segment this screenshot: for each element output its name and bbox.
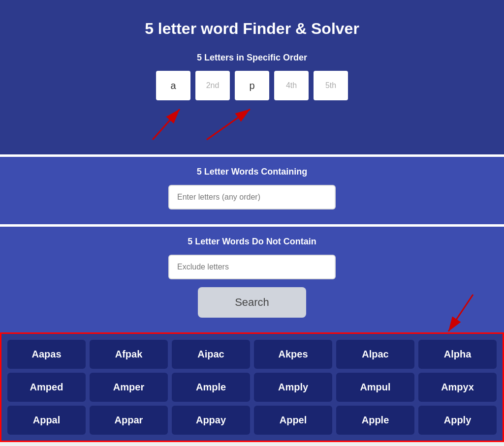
word-result-button[interactable]: Amply — [254, 373, 332, 402]
exclude-label: 5 Letter Words Do Not Contain — [0, 237, 504, 247]
word-result-button[interactable]: Akpes — [254, 340, 332, 369]
results-section: AapasAfpakAipacAkpesAlpacAlphaAmpedAmper… — [0, 332, 504, 442]
word-result-button[interactable]: Apply — [418, 406, 497, 435]
word-result-button[interactable]: Amper — [90, 373, 168, 402]
word-result-button[interactable]: Ampyx — [418, 373, 497, 402]
word-result-button[interactable]: Aipac — [172, 340, 250, 369]
containing-input[interactable] — [168, 185, 336, 209]
word-result-button[interactable]: Appar — [90, 406, 168, 435]
letter-box-2[interactable] — [195, 71, 230, 100]
containing-label: 5 Letter Words Containing — [0, 167, 504, 177]
word-result-button[interactable]: Afpak — [90, 340, 168, 369]
arrows-svg — [0, 100, 504, 145]
word-result-button[interactable]: Alpha — [418, 340, 497, 369]
letter-box-1[interactable] — [156, 71, 190, 100]
specific-order-label: 5 Letters in Specific Order — [0, 53, 504, 63]
search-button[interactable]: Search — [198, 287, 306, 318]
svg-line-2 — [153, 109, 180, 140]
results-grid: AapasAfpakAipacAkpesAlpacAlphaAmpedAmper… — [7, 340, 497, 435]
letter-boxes-container — [0, 71, 504, 100]
word-result-button[interactable]: Appal — [7, 406, 86, 435]
word-result-button[interactable]: Ampul — [336, 373, 414, 402]
word-result-button[interactable]: Appay — [172, 406, 250, 435]
exclude-input[interactable] — [168, 255, 336, 279]
arrows-area — [0, 100, 504, 145]
top-section: 5 letter word Finder & Solver 5 Letters … — [0, 0, 504, 332]
exclude-section: 5 Letter Words Do Not Contain Search — [0, 227, 504, 332]
svg-line-3 — [207, 109, 250, 140]
word-result-button[interactable]: Alpac — [336, 340, 414, 369]
specific-order-section: 5 Letters in Specific Order — [0, 48, 504, 154]
containing-section: 5 Letter Words Containing — [0, 157, 504, 224]
word-result-button[interactable]: Apple — [336, 406, 414, 435]
letter-box-4[interactable] — [274, 71, 309, 100]
word-result-button[interactable]: Ample — [172, 373, 250, 402]
word-result-button[interactable]: Appel — [254, 406, 332, 435]
word-result-button[interactable]: Amped — [7, 373, 86, 402]
page-title: 5 letter word Finder & Solver — [0, 10, 504, 48]
word-result-button[interactable]: Aapas — [7, 340, 86, 369]
letter-box-5[interactable] — [314, 71, 348, 100]
letter-box-3[interactable] — [235, 71, 269, 100]
